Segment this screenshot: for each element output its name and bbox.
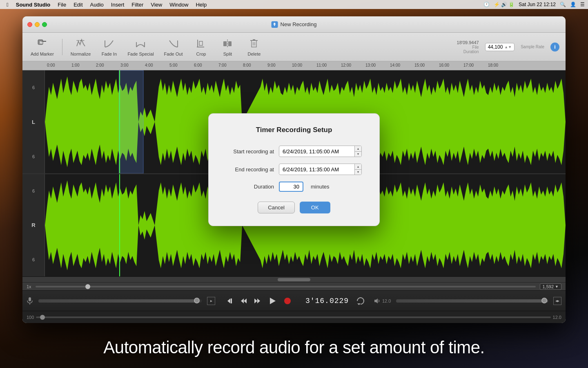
modal-buttons: Cancel OK [225, 202, 363, 213]
modal-title: Timer Recording Setup [225, 126, 363, 134]
ok-button[interactable]: OK [300, 202, 330, 213]
end-label: End recording at [225, 166, 274, 173]
menu-view[interactable]: View [147, 1, 165, 8]
start-stepper-down[interactable]: ▼ [355, 152, 361, 157]
search-icon[interactable]: 🔍 [560, 2, 566, 7]
start-input-group: ▲ ▼ [279, 146, 362, 157]
menu-audio[interactable]: Audio [87, 1, 107, 8]
modal-overlay: Timer Recording Setup Start recording at… [22, 16, 566, 323]
menubar:  Sound Studio File Edit Audio Insert Fi… [0, 0, 588, 9]
menu-help[interactable]: Help [192, 1, 210, 8]
start-time-input[interactable] [279, 147, 354, 156]
menu-filter[interactable]: Filter [128, 1, 147, 8]
cancel-button[interactable]: Cancel [258, 202, 294, 213]
caption-text: Automatically record audio for a set amo… [103, 338, 484, 357]
start-label: Start recording at [225, 148, 274, 155]
start-stepper-up[interactable]: ▲ [355, 146, 361, 152]
user-icon[interactable]: 👤 [570, 2, 576, 7]
datetime: Sat Jun 22 12:12 [519, 2, 556, 7]
menu-window[interactable]: Window [166, 1, 192, 8]
duration-label: Duration [225, 184, 274, 190]
menubar-right: 🕐 ⚡ 🔊 🔋 Sat Jun 22 12:12 🔍 👤 ☰ [483, 2, 585, 7]
end-stepper: ▲ ▼ [354, 164, 361, 175]
timer-recording-dialog: Timer Recording Setup Start recording at… [208, 113, 380, 226]
end-input-group: ▲ ▼ [279, 164, 362, 175]
system-icons: ⚡ 🔊 🔋 [494, 2, 515, 7]
end-stepper-down[interactable]: ▼ [355, 170, 361, 175]
app-window: 🎙 New Recording M Add Marker [22, 16, 566, 323]
duration-row: Duration minutes [225, 182, 363, 192]
menu-extras[interactable]: ☰ [580, 2, 585, 7]
caption-area: Automatically record audio for a set amo… [0, 327, 588, 368]
end-recording-row: End recording at ▲ ▼ [225, 164, 363, 175]
minutes-label: minutes [311, 184, 330, 190]
end-stepper-up[interactable]: ▲ [355, 164, 361, 170]
duration-input[interactable] [279, 182, 303, 192]
menu-edit[interactable]: Edit [70, 1, 86, 8]
start-stepper: ▲ ▼ [354, 146, 361, 157]
app-name[interactable]: Sound Studio [13, 1, 53, 8]
apple-menu[interactable]:  [3, 1, 12, 8]
time-machine-icon: 🕐 [483, 2, 490, 7]
end-time-input[interactable] [279, 165, 354, 174]
menu-file[interactable]: File [54, 1, 69, 8]
start-recording-row: Start recording at ▲ ▼ [225, 146, 363, 157]
menu-insert[interactable]: Insert [108, 1, 128, 8]
